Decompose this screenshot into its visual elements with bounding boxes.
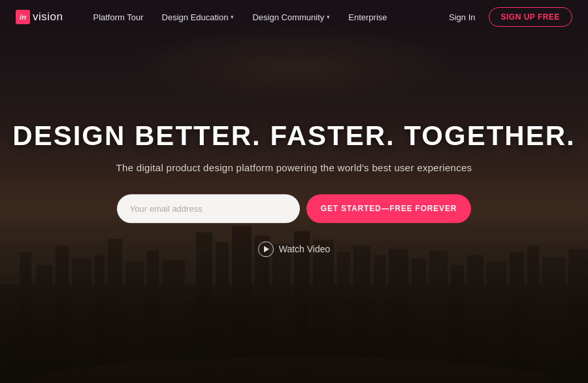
sign-in-link[interactable]: Sign In bbox=[449, 12, 475, 22]
email-form: GET STARTED—FREE FOREVER bbox=[0, 194, 588, 223]
nav-design-education[interactable]: Design Education ▾ bbox=[153, 12, 244, 22]
logo-text: vision bbox=[33, 10, 63, 24]
hero-headline: DESIGN BETTER. FASTER. TOGETHER. bbox=[0, 120, 588, 152]
chevron-down-icon: ▾ bbox=[231, 14, 234, 20]
logo[interactable]: in vision bbox=[16, 10, 63, 24]
hero-content: DESIGN BETTER. FASTER. TOGETHER. The dig… bbox=[0, 120, 588, 257]
watch-video-link[interactable]: Watch Video bbox=[258, 241, 331, 257]
nav-design-community[interactable]: Design Community ▾ bbox=[243, 12, 339, 22]
email-input[interactable] bbox=[117, 194, 300, 223]
navbar: in vision Platform Tour Design Education… bbox=[0, 0, 588, 34]
nav-enterprise[interactable]: Enterprise bbox=[339, 12, 396, 22]
nav-platform-tour[interactable]: Platform Tour bbox=[84, 12, 152, 22]
chevron-down-icon: ▾ bbox=[327, 14, 330, 20]
nav-links: Platform Tour Design Education ▾ Design … bbox=[84, 12, 449, 22]
hero-subtext: The digital product design platform powe… bbox=[0, 162, 588, 173]
play-triangle-icon bbox=[264, 246, 269, 252]
signup-button[interactable]: SIGN UP FREE bbox=[489, 7, 572, 27]
cta-button[interactable]: GET STARTED—FREE FOREVER bbox=[306, 194, 471, 223]
watch-video-label: Watch Video bbox=[279, 244, 331, 254]
play-circle-icon bbox=[258, 241, 274, 257]
nav-right: Sign In SIGN UP FREE bbox=[449, 7, 572, 27]
page-wrapper: in vision Platform Tour Design Education… bbox=[0, 0, 588, 383]
logo-icon: in bbox=[16, 10, 30, 24]
